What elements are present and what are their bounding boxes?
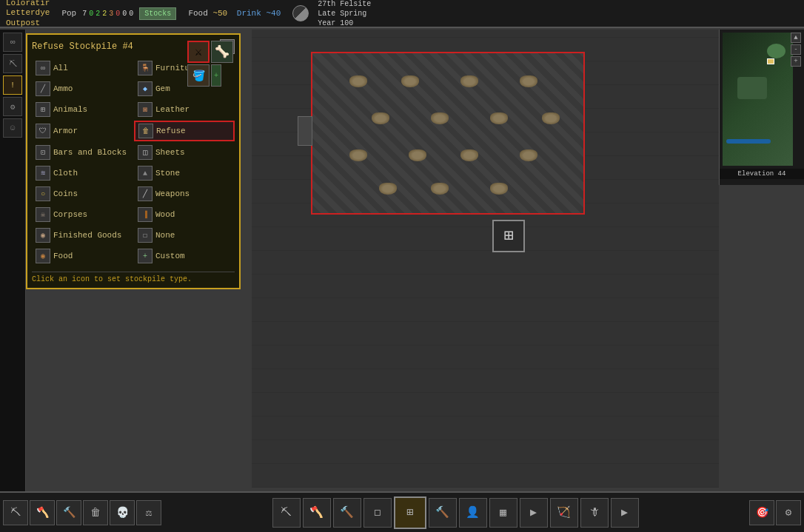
tool-orders[interactable]: 🗑 <box>83 500 108 525</box>
sidebar-icon-gear[interactable]: ⚙ <box>3 97 22 116</box>
center-tool-11[interactable]: ▶ <box>611 498 639 528</box>
finished-icon: ◉ <box>36 228 50 243</box>
center-tool-add[interactable]: ⊞ <box>394 496 426 529</box>
center-tool-6[interactable]: 👤 <box>459 498 487 528</box>
item-finished[interactable]: ◉ Finished Goods <box>32 226 133 245</box>
elevation-label: Elevation 44 <box>720 169 804 179</box>
item-ammo[interactable]: ╱ Ammo <box>32 79 133 98</box>
center-tool-7[interactable]: ▦ <box>489 498 517 528</box>
stockpile-dialog: Refuse Stockpile #4 ✚ ⚔ 🦴 🪣 + ∞ All 🪑 Fu… <box>26 33 241 289</box>
add-zone-button[interactable]: ⊞ <box>492 220 525 252</box>
item-refuse[interactable]: 🗑 Refuse <box>134 121 235 141</box>
minimap-water <box>726 139 771 144</box>
item-wood[interactable]: ▐ Wood <box>134 205 235 224</box>
settlement-title: Loloratír Letterdye Outpost <box>6 0 50 28</box>
sidebar-icon-pick[interactable]: ⛏ <box>3 54 22 73</box>
item-coins[interactable]: ○ Coins <box>32 184 133 203</box>
map-inner: ⊞ <box>252 30 719 488</box>
item-cloth[interactable]: ≋ Cloth <box>32 164 133 183</box>
elev-up-button[interactable]: ▲ <box>791 33 801 43</box>
tool-designate[interactable]: ⛏ <box>3 500 28 525</box>
none-label: None <box>155 231 175 240</box>
center-tool-9[interactable]: 🏹 <box>550 498 578 528</box>
leather-icon: ◙ <box>138 102 153 117</box>
item-bars[interactable]: ⊡ Bars and Blocks <box>32 143 133 162</box>
finished-label: Finished Goods <box>53 231 121 240</box>
tool-announcements[interactable]: 🎯 <box>749 500 774 525</box>
center-tool-4[interactable]: ◻ <box>364 498 392 528</box>
pile-11 <box>460 149 478 161</box>
item-armor[interactable]: 🛡 Armor <box>32 121 133 141</box>
weapons-icon: ╱ <box>138 186 153 201</box>
wood-icon: ▐ <box>138 207 153 222</box>
item-custom[interactable]: + Custom <box>134 246 235 266</box>
minimap-marker <box>767 58 774 64</box>
refuse-label: Refuse <box>156 127 186 135</box>
minimap <box>723 33 793 166</box>
item-sheets[interactable]: ◫ Sheets <box>134 143 235 162</box>
minimap-landmass <box>767 44 785 58</box>
preview-weapon-icon: ⚔ <box>187 41 210 63</box>
date-info: 27th Felsite Late Spring Year 100 <box>318 0 371 28</box>
food-value: ~50 <box>212 9 227 18</box>
pile-3 <box>460 75 478 87</box>
furniture-icon: 🪑 <box>138 61 153 75</box>
sidebar-icon-face[interactable]: ☺ <box>3 118 22 138</box>
none-icon: ◻ <box>138 228 153 243</box>
center-tool-8[interactable]: ▶ <box>520 498 548 528</box>
food-icon: ◉ <box>36 249 50 263</box>
center-tool-1[interactable]: ⛏ <box>272 498 301 528</box>
gem-icon: ◆ <box>138 81 153 96</box>
item-stone[interactable]: ▲ Stone <box>134 164 235 183</box>
preview-plus-icon: + <box>211 64 221 87</box>
elev-minus-button[interactable]: - <box>791 44 801 55</box>
pile-1 <box>349 75 367 87</box>
left-sidebar: ∞ ⛏ ! ⚙ ☺ <box>0 30 26 491</box>
bottom-toolbar: ⛏ 🪓 🔨 🗑 💀 ⚖ ⛏ 🪓 🔨 ◻ ⊞ 🔨 👤 ▦ ▶ 🏹 🗡 ▶ 🎯 ⚙ <box>0 491 804 532</box>
item-none[interactable]: ◻ None <box>134 226 235 245</box>
tool-settings[interactable]: ⚙ <box>776 500 801 525</box>
item-corpses[interactable]: ☠ Corpses <box>32 205 133 224</box>
pop-values: 7 0 2 2 3 0 0 0 <box>82 10 133 18</box>
center-tool-10[interactable]: 🗡 <box>580 498 609 528</box>
tool-labor[interactable]: ⚖ <box>136 500 161 525</box>
all-label: All <box>53 64 68 73</box>
item-leather[interactable]: ◙ Leather <box>134 100 235 119</box>
corpses-icon: ☠ <box>36 207 50 222</box>
stocks-button[interactable]: Stocks <box>139 7 176 20</box>
elev-plus-button[interactable]: + <box>791 56 801 67</box>
refuse-icon: 🗑 <box>138 124 153 138</box>
leather-label: Leather <box>155 105 190 114</box>
sidebar-icon-alert[interactable]: ! <box>3 75 22 95</box>
tool-build[interactable]: 🪓 <box>30 500 55 525</box>
pile-15 <box>490 183 508 195</box>
center-tool-5[interactable]: 🔨 <box>429 498 457 528</box>
food-label: Food <box>188 9 207 18</box>
tool-zones[interactable]: 🔨 <box>56 500 81 525</box>
tool-military[interactable]: 💀 <box>110 500 135 525</box>
food-info: Food ~50 Drink ~40 <box>188 9 281 18</box>
gem-label: Gem <box>155 84 170 93</box>
pile-2 <box>401 75 419 87</box>
weapons-label: Weapons <box>155 189 190 198</box>
dialog-title-text: Refuse Stockpile #4 <box>32 41 133 52</box>
item-weapons[interactable]: ╱ Weapons <box>134 184 235 203</box>
preview-bone-icon: 🦴 <box>211 41 233 63</box>
all-icon: ∞ <box>36 61 50 75</box>
moon-icon <box>292 5 309 21</box>
cloth-icon: ≋ <box>36 166 50 181</box>
center-tool-3[interactable]: 🔨 <box>333 498 361 528</box>
item-all[interactable]: ∞ All <box>32 58 133 78</box>
cloth-label: Cloth <box>53 169 78 178</box>
item-animals[interactable]: ⊞ Animals <box>32 100 133 119</box>
center-tool-2[interactable]: 🪓 <box>303 498 331 528</box>
item-food[interactable]: ◉ Food <box>32 246 133 266</box>
custom-icon: + <box>138 249 153 263</box>
pile-6 <box>431 112 449 124</box>
top-bar: Loloratír Letterdye Outpost Pop 7 0 2 2 … <box>0 0 804 28</box>
animals-label: Animals <box>53 105 87 114</box>
coins-icon: ○ <box>36 186 50 201</box>
sidebar-icon-infinity[interactable]: ∞ <box>3 33 22 52</box>
add-zone-container: ⊞ <box>492 220 525 252</box>
ammo-label: Ammo <box>53 84 73 93</box>
